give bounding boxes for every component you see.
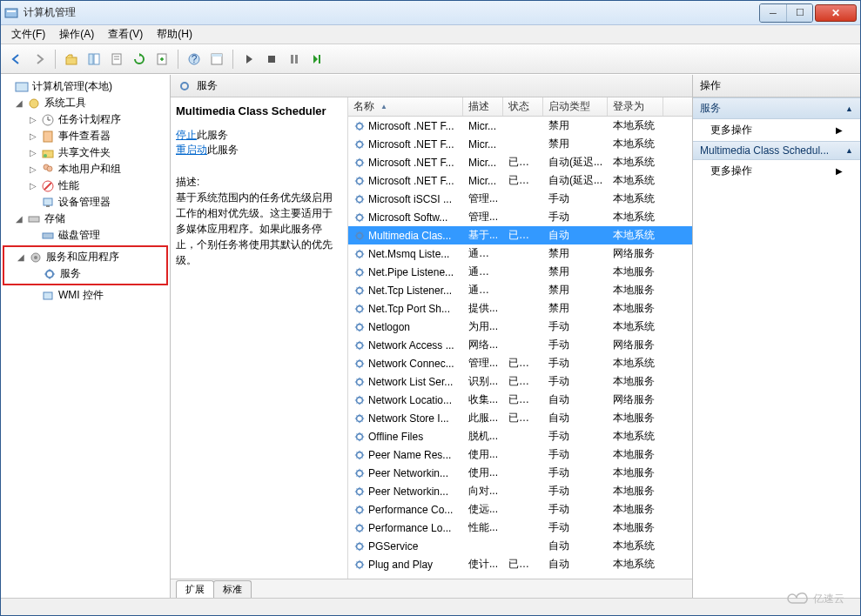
expand-icon[interactable]: ▷ (29, 181, 37, 191)
cell-logon: 本地系统 (608, 539, 663, 553)
restart-service-button[interactable] (306, 49, 327, 70)
service-row[interactable]: Microsoft .NET F...Micr...禁用本地系统 (348, 117, 692, 135)
col-name[interactable]: 名称▲ (348, 97, 463, 116)
tree-disk-management[interactable]: 磁盘管理 (3, 227, 168, 244)
service-row[interactable]: Net.Tcp Listener...通过 ...禁用本地服务 (348, 281, 692, 299)
menu-file[interactable]: 文件(F) (4, 27, 52, 42)
tree-label: WMI 控件 (58, 288, 104, 303)
window-title: 计算机管理 (24, 5, 759, 20)
tab-standard[interactable]: 标准 (213, 580, 252, 598)
tree-device-manager[interactable]: 设备管理器 (3, 194, 168, 211)
cell-name: Microsoft .NET F... (348, 157, 463, 169)
svg-point-37 (181, 83, 188, 90)
cell-logon: 本地系统 (608, 319, 663, 334)
service-row[interactable]: Network List Ser...识别...已启动手动本地服务 (348, 372, 692, 391)
collapse-icon[interactable]: ◢ (15, 214, 24, 224)
service-row[interactable]: Microsoft .NET F...Micr...禁用本地系统 (348, 135, 692, 153)
service-row[interactable]: Microsoft .NET F...Micr...已启动自动(延迟...本地系… (348, 153, 692, 171)
tree-performance[interactable]: ▷性能 (3, 177, 168, 194)
service-row[interactable]: Network Access ...网络...手动网络服务 (348, 336, 692, 354)
expand-icon[interactable]: ▷ (29, 115, 37, 124)
service-row[interactable]: Offline Files脱机...手动本地系统 (348, 427, 692, 445)
expand-icon[interactable]: ▷ (29, 164, 37, 174)
help-button[interactable]: ? (184, 49, 205, 70)
service-row[interactable]: Peer Name Res...使用...手动本地服务 (348, 445, 692, 464)
tree-storage[interactable]: ◢存储 (3, 211, 168, 227)
forward-button[interactable] (29, 49, 50, 70)
svg-point-26 (47, 166, 52, 171)
col-desc[interactable]: 描述 (463, 97, 503, 116)
show-hide-button[interactable] (84, 49, 104, 70)
tree-shared-folders[interactable]: ▷共享文件夹 (3, 144, 168, 161)
list-body[interactable]: Microsoft .NET F...Micr...禁用本地系统Microsof… (348, 117, 692, 579)
tree-root[interactable]: 计算机管理(本地) (3, 78, 168, 95)
tab-extended[interactable]: 扩展 (176, 580, 214, 598)
refresh-button[interactable] (129, 49, 150, 70)
cell-logon: 本地服务 (608, 465, 663, 480)
col-status[interactable]: 状态 (503, 97, 543, 116)
cell-name: Peer Networkin... (348, 485, 463, 498)
service-row[interactable]: Network Locatio...收集...已启动自动网络服务 (348, 391, 692, 409)
tree-task-scheduler[interactable]: ▷任务计划程序 (3, 111, 168, 128)
restart-service-link-row: 重启动此服务 (176, 143, 342, 157)
navigation-tree[interactable]: 计算机管理(本地) ◢系统工具 ▷任务计划程序 ▷事件查看器 ▷共享文件夹 ▷本… (1, 75, 171, 598)
col-logon[interactable]: 登录为 (608, 97, 663, 116)
start-service-button[interactable] (239, 49, 259, 70)
service-row[interactable]: Microsoft iSCSI ...管理...手动本地系统 (348, 190, 692, 208)
menu-view[interactable]: 查看(V) (101, 27, 150, 42)
service-row[interactable]: Multimedia Clas...基于...已启动自动本地系统 (348, 226, 692, 244)
back-button[interactable] (6, 49, 27, 70)
service-row[interactable]: Microsoft Softw...管理...手动本地系统 (348, 208, 692, 226)
restart-link[interactable]: 重启动 (176, 144, 207, 156)
pause-service-button[interactable] (284, 49, 305, 70)
action-group-services[interactable]: 服务▲ (693, 97, 860, 119)
cell-name: Peer Networkin... (348, 467, 463, 479)
maximize-button[interactable]: ☐ (786, 4, 812, 22)
action-more-1[interactable]: 更多操作▶ (693, 119, 860, 141)
service-row[interactable]: Performance Co...使远...手动本地服务 (348, 500, 692, 519)
action-more-2[interactable]: 更多操作▶ (693, 160, 860, 182)
tree-label: 服务 (60, 266, 81, 281)
service-row[interactable]: Plug and Play使计...已启动自动本地系统 (348, 555, 692, 573)
minimize-button[interactable]: ─ (760, 4, 786, 22)
center-pane: 服务 Multimedia Class Scheduler 停止此服务 重启动此… (171, 75, 693, 598)
col-start[interactable]: 启动类型 (543, 97, 608, 116)
service-row[interactable]: Peer Networkin...使用...手动本地服务 (348, 464, 692, 482)
expand-icon[interactable]: ▷ (29, 131, 37, 141)
service-row[interactable]: Network Connec...管理...已启动手动本地系统 (348, 354, 692, 372)
stop-link[interactable]: 停止 (176, 129, 197, 141)
cell-desc: 通过 ... (463, 246, 503, 261)
stop-service-button[interactable] (261, 49, 282, 70)
tree-services-apps[interactable]: ◢服务和应用程序 (4, 249, 166, 265)
collapse-icon[interactable]: ◢ (17, 252, 25, 262)
collapse-icon[interactable]: ◢ (15, 98, 24, 108)
expand-icon[interactable]: ▷ (29, 148, 37, 157)
svg-point-34 (34, 256, 37, 259)
tree-event-viewer[interactable]: ▷事件查看器 (3, 128, 168, 144)
service-row[interactable]: Network Store I...此服...已启动自动本地服务 (348, 409, 692, 427)
menu-help[interactable]: 帮助(H) (150, 27, 199, 42)
service-row[interactable]: Net.Msmq Liste...通过 ...禁用网络服务 (348, 244, 692, 263)
cell-status: 已启动 (503, 374, 543, 389)
tree-services[interactable]: 服务 (4, 265, 166, 282)
service-row[interactable]: Net.Tcp Port Sh...提供...禁用本地服务 (348, 299, 692, 318)
tree-local-users[interactable]: ▷本地用户和组 (3, 161, 168, 177)
service-row[interactable]: Net.Pipe Listene...通过 ...禁用本地服务 (348, 263, 692, 281)
cell-start: 禁用 (543, 118, 608, 133)
service-row[interactable]: PGService自动本地系统 (348, 537, 692, 555)
service-row[interactable]: Peer Networkin...向对...手动本地服务 (348, 482, 692, 500)
close-button[interactable]: ✕ (815, 4, 857, 22)
details-button[interactable] (206, 49, 227, 70)
properties-button[interactable] (106, 49, 127, 70)
service-row[interactable]: Microsoft .NET F...Micr...已启动自动(延迟...本地系… (348, 171, 692, 190)
action-group-selected[interactable]: Multimedia Class Schedul...▲ (693, 141, 860, 160)
export-button[interactable] (151, 49, 172, 70)
tree-wmi-control[interactable]: WMI 控件 (3, 287, 168, 304)
tree-system-tools[interactable]: ◢系统工具 (3, 95, 168, 111)
cell-start: 自动 (543, 228, 608, 243)
service-row[interactable]: Performance Lo...性能...手动本地服务 (348, 519, 692, 537)
menu-action[interactable]: 操作(A) (52, 27, 101, 42)
up-button[interactable] (61, 49, 82, 70)
cell-start: 手动 (543, 319, 608, 334)
service-row[interactable]: Netlogon为用...手动本地系统 (348, 318, 692, 336)
